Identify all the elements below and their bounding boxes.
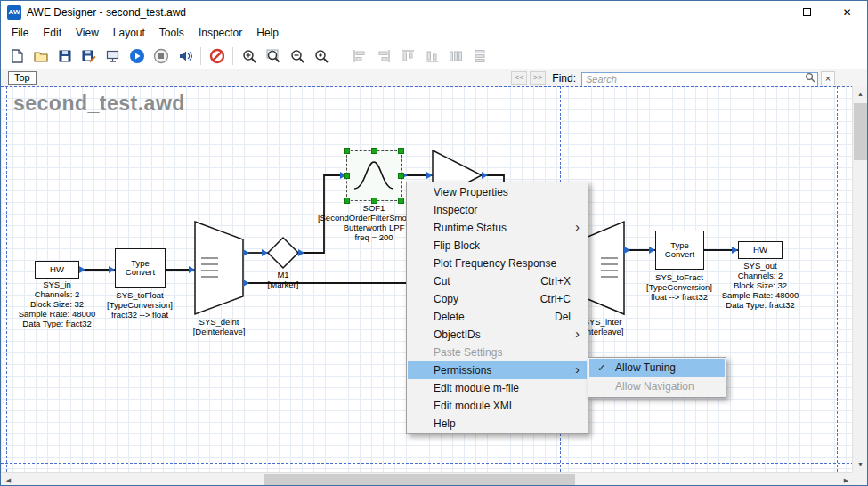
- align-top-button[interactable]: [395, 45, 419, 68]
- scroll-up-arrow[interactable]: ▲: [853, 86, 868, 101]
- horizontal-scroll-thumb[interactable]: [264, 474, 575, 486]
- sys-tofloat-info: SYS_toFloat [TypeConversion] fract32 -->…: [107, 290, 173, 320]
- shortcut-label: Ctrl+X: [540, 272, 571, 290]
- scroll-down-arrow[interactable]: ▼: [853, 457, 868, 472]
- menu-item-flip-block[interactable]: Flip Block: [408, 237, 587, 255]
- menu-item-delete[interactable]: DeleteDel: [408, 308, 587, 326]
- toolbar: [1, 43, 867, 69]
- align-top-icon: [400, 48, 416, 64]
- menu-item-copy[interactable]: CopyCtrl+C: [408, 290, 587, 308]
- zoom-fit-icon: [265, 48, 281, 64]
- block-sys-tofract-label: Type Convert: [656, 241, 703, 260]
- align-right-button[interactable]: [371, 45, 395, 68]
- menu-item-runtime-status[interactable]: Runtime Status›: [408, 219, 587, 237]
- save-icon: [57, 48, 73, 64]
- scrollbar-corner: [852, 472, 867, 486]
- find-next-button[interactable]: >>: [530, 71, 546, 85]
- find-clear-button[interactable]: ×: [821, 71, 835, 85]
- zoom-actual-icon: [313, 48, 329, 64]
- menu-item-permissions[interactable]: Permissions›: [408, 361, 587, 379]
- submenu-arrow-icon: ›: [575, 218, 580, 236]
- scroll-left-arrow[interactable]: ◀: [1, 473, 16, 486]
- distribute-horizontal-button[interactable]: [443, 45, 467, 68]
- close-button[interactable]: ✕: [827, 1, 867, 23]
- menu-item-allow-tuning[interactable]: ✓Allow Tuning: [589, 359, 725, 377]
- align-group: [347, 45, 491, 68]
- sys-in-info: SYS_in Channels: 2 Block Size: 32 Sample…: [19, 279, 96, 328]
- menu-item-edit-module-m-file[interactable]: Edit module m-file: [408, 379, 587, 397]
- permissions-submenu: ✓Allow Tuning Allow Navigation: [588, 357, 726, 398]
- vertical-scrollbar[interactable]: ▲ ▼: [852, 86, 867, 472]
- search-input[interactable]: [581, 72, 818, 87]
- tab-bar: Top << >> Find: ×: [1, 69, 867, 86]
- distribute-vertical-button[interactable]: [467, 45, 491, 68]
- vertical-scroll-thumb[interactable]: [854, 103, 867, 160]
- menu-layout[interactable]: Layout: [106, 23, 152, 43]
- block-sys-in[interactable]: HW: [35, 261, 79, 279]
- find-prev-button[interactable]: <<: [511, 71, 527, 85]
- block-sys-out[interactable]: HW: [738, 241, 783, 259]
- align-left-icon: [352, 48, 368, 64]
- menu-item-objectids[interactable]: ObjectIDs›: [408, 326, 587, 344]
- sys-out-info: SYS_out Channels: 2 Block Size: 32 Sampl…: [722, 261, 799, 310]
- minimize-button[interactable]: [747, 1, 787, 23]
- menu-item-inspector[interactable]: Inspector: [408, 201, 587, 219]
- open-button[interactable]: [28, 45, 53, 68]
- menu-item-view-properties[interactable]: View Properties: [408, 183, 587, 201]
- window-title: AWE Designer - second_test.awd: [27, 6, 186, 19]
- find-group: << >> Find: ×: [511, 70, 835, 85]
- new-design-button[interactable]: [4, 45, 28, 68]
- menu-file[interactable]: File: [4, 23, 36, 43]
- block-sys-out-label: HW: [753, 246, 767, 255]
- stop-button[interactable]: [149, 45, 173, 68]
- context-menu: View Properties Inspector Runtime Status…: [406, 182, 588, 434]
- block-sys-tofloat[interactable]: Type Convert: [115, 248, 166, 288]
- profiling-disabled-button[interactable]: [205, 45, 229, 68]
- app-icon: AW: [7, 5, 21, 20]
- zoom-fit-button[interactable]: [261, 45, 285, 68]
- selection-handle[interactable]: [398, 148, 404, 154]
- align-bottom-button[interactable]: [419, 45, 443, 68]
- distribute-vertical-icon: [472, 48, 488, 64]
- shortcut-label: Del: [555, 308, 571, 326]
- copy-to-target-icon: [105, 48, 121, 64]
- menu-item-edit-module-xml[interactable]: Edit module XML: [408, 397, 587, 415]
- open-folder-icon: [33, 48, 49, 64]
- save-button[interactable]: [53, 45, 77, 68]
- maximize-button[interactable]: [787, 1, 827, 23]
- menu-item-allow-navigation[interactable]: Allow Navigation: [589, 377, 725, 396]
- zoom-in-button[interactable]: [237, 45, 261, 68]
- selection-handle[interactable]: [344, 148, 350, 154]
- app-window: AW AWE Designer - second_test.awd ✕ File…: [0, 0, 868, 486]
- search-icon[interactable]: [805, 72, 815, 83]
- save-as-button[interactable]: [77, 45, 101, 68]
- new-design-icon: [9, 48, 25, 64]
- align-left-button[interactable]: [347, 45, 371, 68]
- menu-item-plot-frequency-response[interactable]: Plot Frequency Response: [408, 255, 587, 272]
- audio-devices-button[interactable]: [173, 45, 197, 68]
- menu-item-help[interactable]: Help: [408, 415, 587, 433]
- copy-to-target-button[interactable]: [101, 45, 125, 68]
- zoom-out-button[interactable]: [285, 45, 309, 68]
- design-canvas[interactable]: second_test.awd: [1, 86, 854, 472]
- menu-item-cut[interactable]: CutCtrl+X: [408, 272, 587, 290]
- menu-edit[interactable]: Edit: [36, 23, 69, 43]
- tab-top[interactable]: Top: [8, 71, 37, 85]
- selection-handle[interactable]: [371, 148, 377, 154]
- menu-view[interactable]: View: [69, 23, 106, 43]
- block-sys-tofract[interactable]: Type Convert: [655, 231, 704, 270]
- run-button[interactable]: [125, 45, 149, 68]
- menu-help[interactable]: Help: [249, 23, 286, 43]
- menu-item-paste-settings[interactable]: Paste Settings: [408, 344, 587, 361]
- selection-handle[interactable]: [398, 173, 404, 179]
- submenu-arrow-icon: ›: [575, 360, 580, 378]
- selection-handle[interactable]: [344, 173, 350, 179]
- menu-tools[interactable]: Tools: [152, 23, 191, 43]
- align-right-icon: [376, 48, 392, 64]
- shortcut-label: Ctrl+C: [540, 290, 571, 308]
- zoom-actual-button[interactable]: [309, 45, 333, 68]
- block-sof1[interactable]: [346, 150, 402, 201]
- horizontal-scrollbar[interactable]: ◀ ▶: [1, 472, 854, 486]
- menu-inspector[interactable]: Inspector: [191, 23, 249, 43]
- run-icon: [129, 48, 145, 64]
